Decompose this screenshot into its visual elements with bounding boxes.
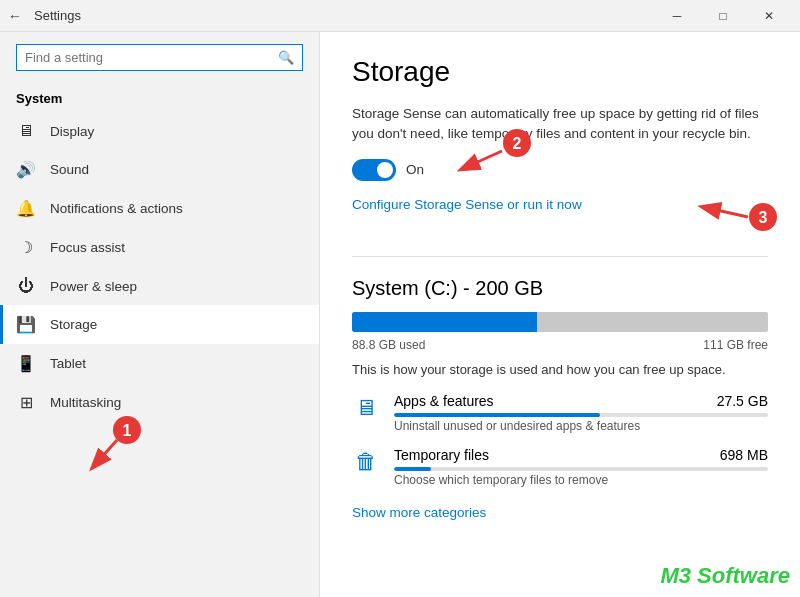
storage-bar <box>352 312 768 332</box>
temp-icon: 🗑 <box>352 449 380 475</box>
maximize-button[interactable]: □ <box>700 0 746 32</box>
apps-bar <box>394 413 768 417</box>
search-input[interactable] <box>25 50 278 65</box>
sound-icon: 🔊 <box>16 160 36 179</box>
storage-sense-toggle-row: On 2 <box>352 159 768 181</box>
sidebar-item-label: Sound <box>50 162 89 177</box>
svg-point-3 <box>749 203 777 231</box>
annotation-3: 3 <box>648 175 788 235</box>
temp-label: Temporary files <box>394 447 489 463</box>
svg-line-5 <box>703 207 748 217</box>
sidebar-item-label: Display <box>50 124 94 139</box>
sidebar-item-label: Notifications & actions <box>50 201 183 216</box>
sidebar-item-label: Tablet <box>50 356 86 371</box>
sidebar: 🔍 System 🖥 Display 🔊 Sound 🔔 Notificatio… <box>0 32 320 597</box>
sidebar-item-label: Storage <box>50 317 97 332</box>
apps-features-item[interactable]: 🖥 Apps & features 27.5 GB Uninstall unus… <box>352 393 768 433</box>
configure-link-wrapper: Configure Storage Sense or run it now 3 <box>352 195 768 236</box>
temp-bar <box>394 467 768 471</box>
minimize-button[interactable]: ─ <box>654 0 700 32</box>
sidebar-item-notifications[interactable]: 🔔 Notifications & actions <box>0 189 319 228</box>
search-icon: 🔍 <box>278 50 294 65</box>
main-layout: 🔍 System 🖥 Display 🔊 Sound 🔔 Notificatio… <box>0 32 800 597</box>
apps-sub: Uninstall unused or undesired apps & fea… <box>394 419 768 433</box>
apps-size: 27.5 GB <box>717 393 768 409</box>
multitasking-icon: ⊞ <box>16 393 36 412</box>
apps-row: Apps & features 27.5 GB <box>394 393 768 409</box>
search-box[interactable]: 🔍 <box>16 44 303 71</box>
show-more-link[interactable]: Show more categories <box>352 505 486 520</box>
sidebar-item-display[interactable]: 🖥 Display <box>0 112 319 150</box>
content-area: Storage Storage Sense can automatically … <box>320 32 800 597</box>
back-button[interactable]: ← <box>8 8 22 24</box>
focus-icon: ☽ <box>16 238 36 257</box>
watermark: M3 Software <box>660 563 790 589</box>
temp-row: Temporary files 698 MB <box>394 447 768 463</box>
sidebar-item-tablet[interactable]: 📱 Tablet <box>0 344 319 383</box>
storage-sense-toggle[interactable] <box>352 159 396 181</box>
storage-usage-desc: This is how your storage is used and how… <box>352 362 768 377</box>
sidebar-item-label: Power & sleep <box>50 279 137 294</box>
apps-icon: 🖥 <box>352 395 380 421</box>
sidebar-item-focus[interactable]: ☽ Focus assist <box>0 228 319 267</box>
window-controls: ─ □ ✕ <box>654 0 792 32</box>
apps-bar-fill <box>394 413 600 417</box>
used-label: 88.8 GB used <box>352 338 425 352</box>
sidebar-item-sound[interactable]: 🔊 Sound <box>0 150 319 189</box>
storage-sense-description: Storage Sense can automatically free up … <box>352 104 768 145</box>
storage-bar-used <box>352 312 537 332</box>
section-divider <box>352 256 768 257</box>
toggle-knob <box>377 162 393 178</box>
sidebar-item-power[interactable]: ⏻ Power & sleep <box>0 267 319 305</box>
temp-sub: Choose which temporary files to remove <box>394 473 768 487</box>
storage-icon: 💾 <box>16 315 36 334</box>
power-icon: ⏻ <box>16 277 36 295</box>
titlebar: ← Settings ─ □ ✕ <box>0 0 800 32</box>
svg-line-2 <box>462 151 502 169</box>
temp-body: Temporary files 698 MB Choose which temp… <box>394 447 768 487</box>
temp-size: 698 MB <box>720 447 768 463</box>
sidebar-item-label: Multitasking <box>50 395 121 410</box>
display-icon: 🖥 <box>16 122 36 140</box>
configure-storage-link[interactable]: Configure Storage Sense or run it now <box>352 197 582 212</box>
svg-text:3: 3 <box>759 209 768 226</box>
system-drive-title: System (C:) - 200 GB <box>352 277 768 300</box>
sidebar-item-storage[interactable]: 💾 Storage <box>0 305 319 344</box>
tablet-icon: 📱 <box>16 354 36 373</box>
apps-label: Apps & features <box>394 393 494 409</box>
temp-bar-fill <box>394 467 431 471</box>
free-label: 111 GB free <box>703 338 768 352</box>
close-button[interactable]: ✕ <box>746 0 792 32</box>
app-title: Settings <box>34 8 654 23</box>
temp-files-item[interactable]: 🗑 Temporary files 698 MB Choose which te… <box>352 447 768 487</box>
sidebar-item-multitasking[interactable]: ⊞ Multitasking <box>0 383 319 422</box>
storage-bar-labels: 88.8 GB used 111 GB free <box>352 338 768 352</box>
sidebar-section-title: System <box>0 83 319 112</box>
sidebar-item-label: Focus assist <box>50 240 125 255</box>
apps-body: Apps & features 27.5 GB Uninstall unused… <box>394 393 768 433</box>
toggle-label: On <box>406 162 424 177</box>
notifications-icon: 🔔 <box>16 199 36 218</box>
page-title: Storage <box>352 56 768 88</box>
